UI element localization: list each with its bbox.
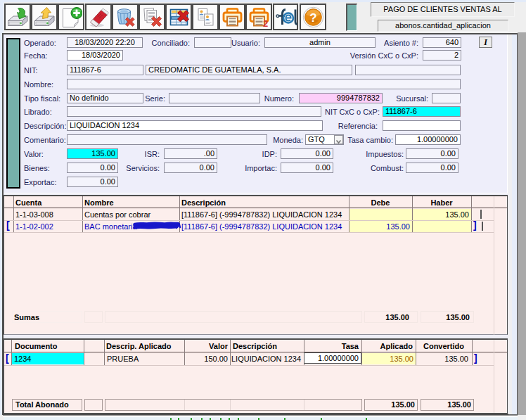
svg-text:2: 2 xyxy=(263,18,268,28)
svg-text:?: ? xyxy=(309,11,316,25)
